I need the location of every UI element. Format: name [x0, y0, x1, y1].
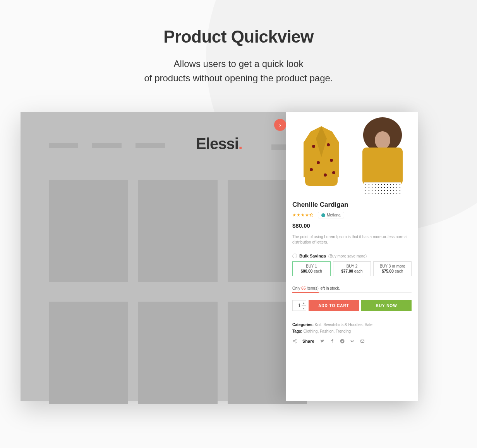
product-price: $80.00	[292, 222, 412, 229]
product-card-skeleton	[49, 180, 128, 282]
demo-browser-window: Elessi. ›	[21, 112, 418, 401]
categories-value[interactable]: Knit, Sweatshirts & Hoodies, Sale	[314, 323, 372, 327]
share-icon	[292, 339, 297, 343]
quantity-stepper[interactable]: 1 ▲ ▼	[292, 300, 306, 311]
tier-label: BUY 3 or more	[375, 264, 410, 268]
facebook-icon[interactable]	[330, 339, 335, 343]
star-rating: ★★★★⯪	[292, 213, 314, 218]
quantity-decrease-button[interactable]: ▼	[302, 306, 306, 311]
brand-dot: .	[238, 135, 242, 152]
page-subtitle: Allows users to get a quick look of prod…	[0, 57, 477, 85]
stock-prefix: Only	[292, 286, 301, 290]
product-image-2[interactable]	[353, 117, 412, 195]
bulk-tiers: BUY 1 $80.00 each BUY 2 $77.00 each BUY …	[292, 261, 412, 276]
svg-point-0	[312, 145, 315, 148]
tier-label: BUY 1	[294, 264, 329, 268]
svg-point-3	[330, 159, 333, 162]
tier-suffix: each	[312, 269, 322, 273]
share-row: Share	[292, 339, 412, 343]
tags-value[interactable]: Clothing, Fashion, Trending	[302, 329, 351, 333]
quantity-value: 1	[298, 303, 301, 308]
bulk-savings-sublabel: (Buy more save more)	[328, 254, 367, 258]
categories-label: Categories:	[292, 323, 314, 327]
svg-point-6	[332, 171, 335, 174]
tier-price: $80.00	[301, 269, 313, 273]
vk-icon[interactable]	[350, 339, 355, 343]
page-title: Product Quickview	[0, 27, 477, 46]
site-logo: Elessi.	[196, 135, 242, 153]
tier-suffix: each	[394, 269, 403, 273]
svg-point-2	[317, 161, 320, 164]
product-image-1[interactable]	[292, 117, 350, 195]
quickview-close-button[interactable]: ›	[274, 119, 286, 131]
product-grid-skeleton	[49, 180, 307, 404]
tier-suffix: each	[353, 269, 362, 273]
vendor-name: Metiana	[327, 213, 341, 217]
product-image-gallery	[292, 117, 412, 195]
telegram-icon[interactable]	[340, 339, 345, 343]
svg-point-1	[327, 143, 330, 146]
model-illustration	[355, 117, 410, 195]
product-card-skeleton	[138, 302, 218, 404]
product-card-skeleton	[138, 180, 218, 282]
tier-label: BUY 2	[335, 264, 369, 268]
svg-point-5	[324, 173, 327, 177]
chevron-right-icon: ›	[279, 122, 281, 128]
bulk-tier-1[interactable]: BUY 1 $80.00 each	[292, 261, 331, 276]
twitter-icon[interactable]	[320, 339, 324, 343]
svg-point-4	[310, 168, 313, 171]
svg-point-8	[293, 341, 294, 342]
tags-row: Tags: Clothing, Fashion, Trending	[292, 329, 412, 333]
quantity-increase-button[interactable]: ▲	[302, 300, 306, 306]
tier-price: $77.00	[341, 269, 353, 273]
vendor-avatar-icon	[321, 213, 325, 217]
bulk-savings-icon	[292, 254, 297, 258]
email-icon[interactable]	[360, 339, 365, 343]
cardigan-illustration	[298, 123, 345, 189]
product-name: Chenille Cardigan	[292, 201, 412, 209]
stock-count: 65	[301, 286, 305, 290]
tier-price: $75.00	[382, 269, 394, 273]
nav-skeleton	[49, 143, 297, 148]
vendor-badge[interactable]: Metiana	[318, 212, 344, 218]
bulk-savings-label: Bulk Savings	[299, 254, 326, 258]
stock-suffix: item(s) left in stock.	[305, 286, 340, 290]
stock-status: Only 65 item(s) left in stock.	[292, 286, 412, 290]
categories-row: Categories: Knit, Sweatshirts & Hoodies,…	[292, 323, 412, 327]
brand-text: Elessi	[196, 135, 238, 152]
quickview-panel: › Chenille Cardi	[286, 112, 418, 401]
buy-now-button[interactable]: BUY NOW	[361, 300, 412, 311]
bulk-tier-3[interactable]: BUY 3 or more $75.00 each	[373, 261, 412, 276]
svg-point-9	[295, 342, 297, 343]
tags-label: Tags:	[292, 329, 302, 333]
add-to-cart-button[interactable]: ADD TO CART	[309, 300, 359, 311]
subtitle-line-2: of products without opening the product …	[144, 73, 333, 83]
product-description: The point of using Lorem Ipsum is that i…	[292, 234, 412, 245]
stock-progress-bar	[292, 292, 412, 293]
svg-point-7	[295, 339, 297, 340]
share-label: Share	[302, 339, 314, 343]
subtitle-line-1: Allows users to get a quick look	[174, 58, 304, 69]
bulk-tier-2[interactable]: BUY 2 $77.00 each	[333, 261, 371, 276]
product-card-skeleton	[49, 302, 128, 404]
